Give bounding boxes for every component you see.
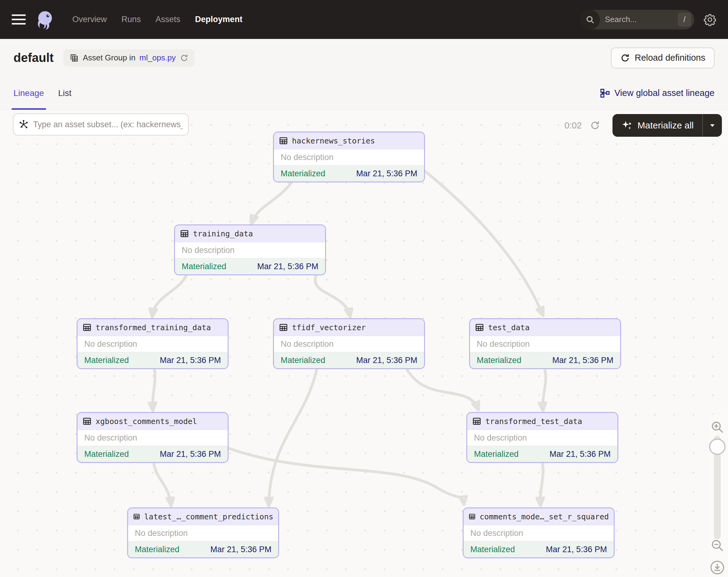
asset-description: No description	[467, 430, 617, 446]
asset-name: training_data	[193, 229, 253, 238]
view-global-asset-lineage-label: View global asset lineage	[614, 88, 714, 98]
asset-node-header: latest_…_comment_predictions	[128, 508, 278, 525]
asset-description: No description	[78, 336, 228, 352]
page-header: default Asset Group in ml_ops.py Reload …	[0, 39, 728, 77]
asset-node-xgboost_comments_model[interactable]: xgboost_comments_model No description Ma…	[77, 412, 229, 463]
hamburger-menu-icon[interactable]	[11, 15, 26, 25]
asset-node-header: transformed_training_data	[78, 319, 228, 336]
global-search[interactable]: /	[580, 10, 694, 29]
asset-graph-icon	[18, 119, 29, 130]
search-shortcut-badge: /	[678, 12, 691, 27]
refresh-timer: 0:02	[564, 121, 581, 131]
search-input[interactable]	[604, 15, 662, 25]
asset-name: transformed_test_data	[485, 417, 582, 426]
view-global-asset-lineage-link[interactable]: View global asset lineage	[600, 88, 714, 98]
lineage-edge	[153, 369, 155, 409]
asset-node-footer: Materialized Mar 21, 5:36 PM	[470, 352, 620, 368]
nav-item-deployment[interactable]: Deployment	[195, 15, 243, 24]
asset-node-footer: Materialized Mar 21, 5:36 PM	[128, 542, 278, 557]
reload-icon	[620, 53, 630, 63]
asset-node-comments_model_r_squared[interactable]: comments_mode…_set_r_squared No descript…	[463, 507, 615, 558]
sparkles-icon	[621, 120, 633, 131]
page-title: default	[14, 51, 54, 65]
asset-status-badge[interactable]: Materialized	[281, 356, 326, 365]
materialize-all-label: Materialize all	[638, 120, 694, 131]
asset-status-badge[interactable]: Materialized	[182, 262, 227, 271]
asset-group-label: Asset Group in	[83, 53, 135, 62]
asset-description: No description	[470, 336, 620, 352]
lineage-graph-icon	[600, 88, 610, 98]
asset-node-test_data[interactable]: test_data No description Materialized Ma…	[469, 318, 621, 369]
zoom-out-button[interactable]	[710, 538, 725, 553]
asset-subset-filter[interactable]	[13, 114, 189, 135]
lineage-graph-pane[interactable]: hackernews_stories No description Materi…	[0, 110, 728, 577]
asset-node-footer: Materialized Mar 21, 5:36 PM	[274, 352, 424, 368]
settings-gear-icon[interactable]	[703, 13, 717, 26]
materialize-options-dropdown[interactable]	[703, 114, 722, 137]
asset-status-badge[interactable]: Materialized	[281, 169, 326, 178]
tab-list[interactable]: List	[58, 77, 72, 110]
app-root: Overview Runs Assets Deployment / defaul…	[0, 0, 728, 577]
asset-name: test_data	[488, 323, 529, 332]
asset-materialized-timestamp[interactable]: Mar 21, 5:36 PM	[356, 169, 417, 178]
asset-node-footer: Materialized Mar 21, 5:36 PM	[78, 352, 228, 368]
asset-status-badge[interactable]: Materialized	[135, 545, 180, 554]
asset-name: hackernews_stories	[292, 136, 375, 145]
asset-materialized-timestamp[interactable]: Mar 21, 5:36 PM	[549, 449, 610, 459]
top-navigation-bar: Overview Runs Assets Deployment /	[0, 0, 728, 39]
lineage-edge	[229, 448, 464, 503]
asset-node-latest_comment_predictions[interactable]: latest_…_comment_predictions No descript…	[127, 507, 279, 558]
asset-materialized-timestamp[interactable]: Mar 21, 5:36 PM	[552, 356, 614, 365]
asset-materialized-timestamp[interactable]: Mar 21, 5:36 PM	[160, 356, 221, 365]
badge-refresh-icon[interactable]	[180, 54, 188, 62]
asset-description: No description	[274, 149, 424, 166]
asset-node-footer: Materialized Mar 21, 5:36 PM	[467, 446, 617, 462]
graph-refresh-icon[interactable]	[590, 120, 600, 131]
tab-lineage[interactable]: Lineage	[14, 77, 44, 110]
materialize-all-split-button: Materialize all	[613, 114, 722, 137]
asset-materialized-timestamp[interactable]: Mar 21, 5:36 PM	[257, 262, 318, 271]
asset-node-header: xgboost_comments_model	[78, 413, 228, 430]
asset-node-header: comments_mode…_set_r_squared	[464, 508, 614, 525]
nav-item-overview[interactable]: Overview	[72, 15, 107, 24]
asset-subset-input[interactable]	[32, 120, 183, 130]
lineage-edge	[152, 275, 186, 316]
materialize-all-button[interactable]: Materialize all	[613, 114, 702, 137]
dagster-logo-icon[interactable]	[34, 9, 55, 30]
asset-status-badge[interactable]: Materialized	[474, 449, 519, 459]
lineage-edge	[407, 369, 478, 409]
table-icon	[82, 417, 92, 426]
asset-description: No description	[175, 242, 325, 258]
asset-node-transformed_test_data[interactable]: transformed_test_data No description Mat…	[466, 412, 618, 463]
table-icon	[475, 323, 484, 332]
asset-name: tfidf_vectorizer	[292, 323, 366, 332]
asset-materialized-timestamp[interactable]: Mar 21, 5:36 PM	[546, 545, 607, 554]
nav-item-runs[interactable]: Runs	[122, 15, 141, 24]
zoom-slider-handle[interactable]	[709, 438, 726, 455]
reload-definitions-button[interactable]: Reload definitions	[611, 48, 714, 68]
asset-materialized-timestamp[interactable]: Mar 21, 5:36 PM	[160, 449, 221, 459]
asset-status-badge[interactable]: Materialized	[84, 449, 129, 459]
asset-node-tfidf_vectorizer[interactable]: tfidf_vectorizer No description Material…	[273, 318, 425, 369]
asset-status-badge[interactable]: Materialized	[470, 545, 515, 554]
asset-name: xgboost_comments_model	[96, 417, 197, 426]
search-icon	[580, 10, 600, 29]
download-view-button[interactable]	[710, 560, 725, 575]
asset-name: latest_…_comment_predictions	[144, 512, 273, 521]
asset-status-badge[interactable]: Materialized	[84, 356, 129, 365]
asset-node-training_data[interactable]: training_data No description Materialize…	[174, 224, 326, 275]
caret-down-icon	[709, 122, 716, 129]
table-icon	[133, 512, 140, 521]
zoom-in-button[interactable]	[710, 420, 725, 435]
asset-materialized-timestamp[interactable]: Mar 21, 5:36 PM	[356, 356, 417, 365]
asset-node-hackernews_stories[interactable]: hackernews_stories No description Materi…	[273, 131, 425, 182]
asset-status-badge[interactable]: Materialized	[477, 356, 521, 365]
asset-materialized-timestamp[interactable]: Mar 21, 5:36 PM	[210, 545, 271, 554]
lineage-edge	[425, 171, 543, 315]
asset-node-header: training_data	[175, 225, 325, 242]
asset-name: comments_mode…_set_r_squared	[480, 512, 609, 521]
reload-definitions-label: Reload definitions	[634, 53, 705, 63]
asset-group-file-link[interactable]: ml_ops.py	[139, 53, 176, 62]
nav-item-assets[interactable]: Assets	[156, 15, 180, 24]
asset-node-transformed_training_data[interactable]: transformed_training_data No description…	[77, 318, 229, 369]
